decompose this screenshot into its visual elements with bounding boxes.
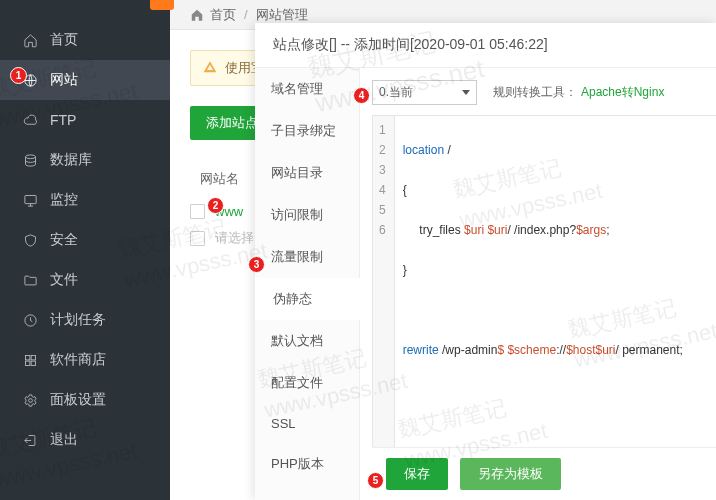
folder-icon (22, 272, 38, 288)
tool-label: 规则转换工具： (493, 84, 577, 101)
step-badge-5: 5 (367, 472, 384, 489)
convert-tool-link[interactable]: Apache转Nginx (581, 84, 664, 101)
toolbar: 0.当前 规则转换工具： Apache转Nginx (372, 80, 716, 115)
svg-point-8 (28, 398, 32, 402)
modal-nav-composer[interactable]: Composer (255, 485, 359, 500)
sidebar-item-monitor[interactable]: 监控 (0, 180, 170, 220)
sidebar-item-label: 安全 (50, 231, 78, 249)
sidebar-item-settings[interactable]: 面板设置 (0, 380, 170, 420)
modal-nav-default-doc[interactable]: 默认文档 (255, 320, 359, 362)
svg-rect-5 (31, 355, 35, 359)
modal-nav-php[interactable]: PHP版本 (255, 443, 359, 485)
sidebar-item-security[interactable]: 安全 (0, 220, 170, 260)
sidebar-item-cron[interactable]: 计划任务 (0, 300, 170, 340)
modal-nav-access[interactable]: 访问限制 (255, 194, 359, 236)
grid-icon (22, 352, 38, 368)
sidebar-item-label: 文件 (50, 271, 78, 289)
modal-nav-subdir[interactable]: 子目录绑定 (255, 110, 359, 152)
step-badge-1: 1 (10, 67, 27, 84)
modal-title: 站点修改[] -- 添加时间[2020-09-01 05:46:22] (255, 23, 716, 68)
shield-icon (22, 232, 38, 248)
modal-footer: 保存 另存为模板 (372, 447, 716, 500)
clock-icon (22, 312, 38, 328)
select-value: 0.当前 (379, 84, 413, 101)
breadcrumb-sep: / (244, 7, 248, 22)
modal-nav-domain[interactable]: 域名管理 (255, 68, 359, 110)
svg-point-1 (25, 154, 35, 158)
modal-nav-traffic[interactable]: 流量限制 (255, 236, 359, 278)
svg-rect-6 (25, 361, 29, 365)
sidebar-item-logout[interactable]: 退出 (0, 420, 170, 460)
code-editor[interactable]: 123456 location / { try_files $uri $uri/… (372, 115, 716, 447)
sidebar-item-label: 退出 (50, 431, 78, 449)
warning-icon (203, 60, 217, 77)
sidebar-item-ftp[interactable]: FTP (0, 100, 170, 140)
save-as-template-button[interactable]: 另存为模板 (460, 458, 561, 490)
modal-nav-ssl[interactable]: SSL (255, 404, 359, 443)
sidebar-item-files[interactable]: 文件 (0, 260, 170, 300)
home-icon (190, 8, 204, 22)
code-area[interactable]: location / { try_files $uri $uri/ /index… (395, 116, 691, 447)
sidebar-item-label: FTP (50, 112, 76, 128)
column-header-sitename: 网站名 (190, 164, 249, 194)
sidebar-item-label: 计划任务 (50, 311, 106, 329)
sidebar-item-label: 网站 (50, 71, 78, 89)
breadcrumb-current: 网站管理 (256, 6, 308, 24)
modal-nav-webdir[interactable]: 网站目录 (255, 152, 359, 194)
caret-down-icon (462, 90, 470, 95)
home-icon (22, 32, 38, 48)
modal-nav-rewrite[interactable]: 伪静态 (255, 278, 359, 320)
top-indicator (150, 0, 174, 10)
checkbox[interactable] (190, 204, 205, 219)
sidebar-item-label: 面板设置 (50, 391, 106, 409)
sidebar-item-label: 监控 (50, 191, 78, 209)
sidebar-item-label: 首页 (50, 31, 78, 49)
database-icon (22, 152, 38, 168)
save-button[interactable]: 保存 (386, 458, 448, 490)
svg-rect-2 (24, 195, 35, 203)
sidebar-item-label: 软件商店 (50, 351, 106, 369)
site-edit-modal: 站点修改[] -- 添加时间[2020-09-01 05:46:22] 域名管理… (255, 23, 716, 500)
svg-rect-7 (31, 361, 35, 365)
logout-icon (22, 432, 38, 448)
rewrite-select[interactable]: 0.当前 (372, 80, 477, 105)
svg-rect-4 (25, 355, 29, 359)
checkbox[interactable] (190, 231, 205, 246)
sidebar-item-database[interactable]: 数据库 (0, 140, 170, 180)
step-badge-3: 3 (248, 256, 265, 273)
step-badge-4: 4 (353, 87, 370, 104)
breadcrumb-home[interactable]: 首页 (210, 6, 236, 24)
sidebar-item-home[interactable]: 首页 (0, 20, 170, 60)
placeholder-text: 请选择 (215, 229, 254, 247)
sidebar-item-software[interactable]: 软件商店 (0, 340, 170, 380)
monitor-icon (22, 192, 38, 208)
modal-nav: 域名管理 子目录绑定 网站目录 访问限制 流量限制 伪静态 默认文档 配置文件 … (255, 68, 360, 500)
modal-nav-config[interactable]: 配置文件 (255, 362, 359, 404)
step-badge-2: 2 (207, 197, 224, 214)
line-gutter: 123456 (373, 116, 395, 447)
cloud-icon (22, 112, 38, 128)
sidebar-item-label: 数据库 (50, 151, 92, 169)
modal-content: 0.当前 规则转换工具： Apache转Nginx 123456 locatio… (360, 68, 716, 500)
gear-icon (22, 392, 38, 408)
